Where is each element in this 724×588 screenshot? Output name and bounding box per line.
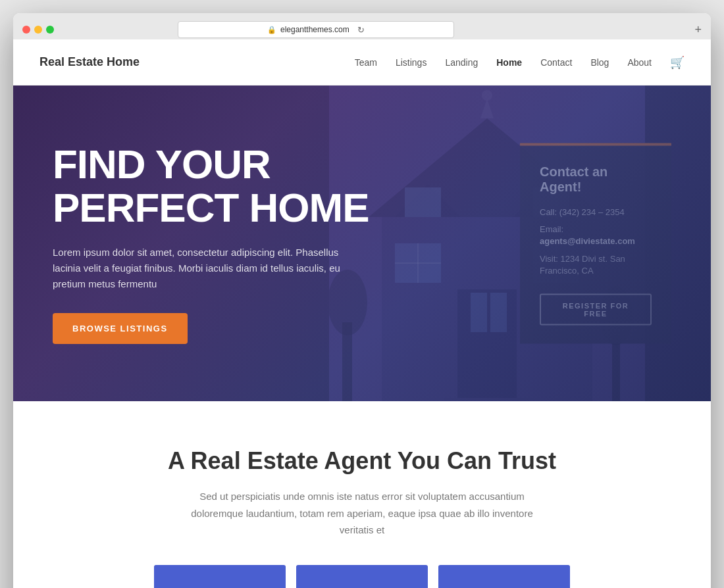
nav-links: Team Listings Landing Home Contact Blog … [355, 55, 685, 70]
hero-content: FIND YOUR PERFECT HOME Lorem ipsum dolor… [13, 86, 711, 401]
browser-chrome: 🔒 elegantthemes.com ↻ + [13, 13, 711, 39]
hero-left-panel: FIND YOUR PERFECT HOME Lorem ipsum dolor… [53, 143, 395, 343]
nav-item-team[interactable]: Team [355, 57, 377, 68]
hero-description: Lorem ipsum dolor sit amet, consectetur … [53, 245, 355, 292]
nav-link-blog[interactable]: Blog [590, 57, 609, 68]
reload-button[interactable]: ↻ [357, 25, 365, 35]
new-tab-button[interactable]: + [694, 24, 702, 36]
url-text: elegantthemes.com [280, 25, 349, 34]
hero-section: FIND YOUR PERFECT HOME Lorem ipsum dolor… [13, 86, 711, 401]
nav-item-cart[interactable]: 🛒 [670, 55, 685, 70]
nav-link-home[interactable]: Home [496, 57, 522, 68]
maximize-button[interactable] [46, 26, 54, 34]
trust-section: A Real Estate Agent You Can Trust Sed ut… [13, 401, 711, 588]
browse-listings-button[interactable]: BROWSE LISTINGS [53, 313, 188, 344]
nav-link-listings[interactable]: Listings [396, 57, 427, 68]
nav-link-team[interactable]: Team [355, 57, 377, 68]
nav-item-about[interactable]: About [627, 57, 652, 68]
trust-button-1[interactable] [154, 565, 286, 589]
trust-button-2[interactable] [296, 565, 428, 589]
cart-icon[interactable]: 🛒 [670, 56, 685, 69]
nav-item-listings[interactable]: Listings [396, 57, 427, 68]
nav-item-landing[interactable]: Landing [445, 57, 478, 68]
browser-window: 🔒 elegantthemes.com ↻ + Real Estate Home… [13, 13, 711, 588]
lock-icon: 🔒 [267, 26, 276, 34]
trust-title: A Real Estate Agent You Can Trust [39, 447, 685, 475]
trust-description: Sed ut perspiciatis unde omnis iste natu… [178, 488, 546, 539]
nav-item-contact[interactable]: Contact [540, 57, 572, 68]
nav-link-landing[interactable]: Landing [445, 57, 478, 68]
website-content: Real Estate Home Team Listings Landing H… [13, 39, 711, 588]
nav-item-blog[interactable]: Blog [590, 57, 609, 68]
minimize-button[interactable] [34, 26, 42, 34]
site-navigation: Real Estate Home Team Listings Landing H… [13, 39, 711, 86]
hero-title: FIND YOUR PERFECT HOME [53, 143, 395, 228]
nav-link-about[interactable]: About [627, 57, 652, 68]
traffic-lights [22, 26, 54, 34]
address-bar[interactable]: 🔒 elegantthemes.com ↻ [178, 21, 454, 38]
nav-link-contact[interactable]: Contact [540, 57, 572, 68]
site-logo[interactable]: Real Estate Home [39, 55, 140, 69]
close-button[interactable] [22, 26, 30, 34]
trust-buttons [39, 565, 685, 589]
nav-item-home[interactable]: Home [496, 57, 522, 68]
trust-button-3[interactable] [438, 565, 570, 589]
